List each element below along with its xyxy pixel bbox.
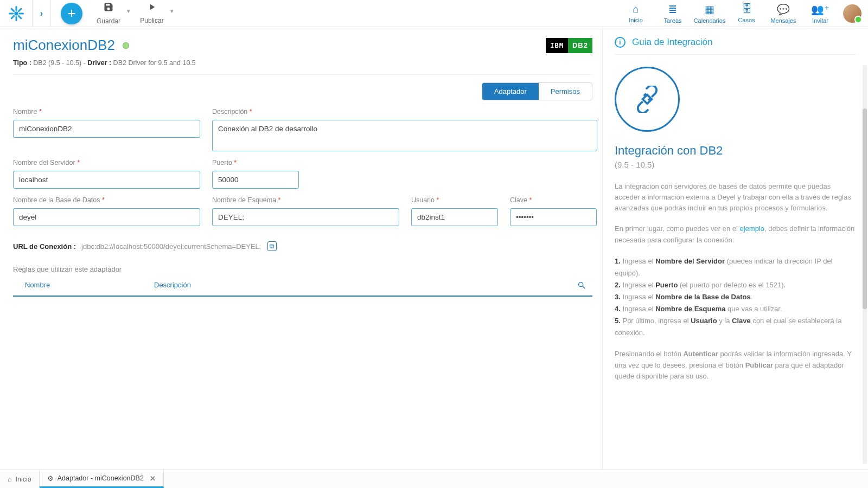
play-icon [147,2,157,15]
scroll-thumb[interactable] [863,108,867,309]
guide-p3: Presionando el botón Autenticar podrás v… [615,349,856,381]
tasks-icon: ≣ [668,3,677,16]
nombre-label: Nombre [13,108,37,115]
rules-table: Nombre Descripción [13,281,592,297]
plus-icon: + [67,5,75,22]
nav-tasks[interactable]: ≣ Tareas [654,3,691,24]
server-label: Nombre del Servidor [13,159,75,166]
deyel-logo-icon [8,5,24,22]
nombre-input[interactable] [13,120,200,138]
tipo-key: Tipo : [13,59,31,67]
nav-messages[interactable]: 💬 Mensajes [765,3,802,24]
top-toolbar: › + Guardar ▾ Publicar ▾ ⌂ Inicio ≣ Tare… [0,0,868,27]
guide-subtitle: (9.5 - 10.5) [615,160,856,169]
guide-header: i Guia de Integración [615,37,856,55]
form-pane: miConexionDB2 IBM DB2 Tipo : DB2 (9.5 - … [0,27,602,470]
tab-row: Adaptador Permisos [13,82,592,100]
home-icon: ⌂ [8,476,12,483]
user-avatar[interactable] [843,4,861,23]
save-dropdown[interactable]: ▾ [127,0,130,15]
db2-badge-green: DB2 [568,38,592,53]
nav-home-label: Inicio [629,17,643,23]
driver-key: Driver : [87,59,111,67]
connection-title: miConexionDB2 [13,37,115,54]
url-key: URL de Conexión : [13,242,76,251]
plug-icon [634,86,661,113]
gear-icon: ⚙ [47,474,54,483]
descripcion-input[interactable]: Conexión al DB2 de desarrollo [212,120,597,151]
db-input[interactable] [13,208,200,226]
db-label: Nombre de la Base de Datos [13,196,100,204]
tabs: Adaptador Permisos [482,82,592,100]
nav-calendars-label: Calendarios [694,17,726,24]
rules-table-header: Nombre Descripción [13,281,592,297]
app-logo[interactable] [0,0,33,27]
main-area: miConexionDB2 IBM DB2 Tipo : DB2 (9.5 - … [0,27,868,470]
url-value: jdbc:db2://localhost:50000/deyel:current… [81,242,261,251]
col-nombre[interactable]: Nombre [13,281,154,291]
server-input[interactable] [13,171,200,189]
save-icon [103,2,114,15]
bottom-tabs: ⌂ Inicio ⚙ Adaptador - miConexionDB2 ✕ [0,470,868,488]
publish-button[interactable]: Publicar [136,2,168,24]
nav-invite[interactable]: 👥⁺ Invitar [802,3,839,24]
nav-invite-label: Invitar [812,17,828,24]
guide-p2: En primer lugar, como puedes ver en el e… [615,223,856,245]
publish-dropdown[interactable]: ▾ [170,0,174,15]
calendar-icon: ▦ [705,3,714,16]
reglas-title: Reglas que utilizan este adaptador [13,265,592,273]
add-button[interactable]: + [61,3,82,24]
ibm-badge: IBM [546,38,568,53]
close-icon[interactable]: ✕ [150,474,156,483]
subtitle: Tipo : DB2 (9.5 - 10.5) - Driver : DB2 D… [13,59,592,67]
bottom-tab-adapter-label: Adaptador - miConexionDB2 [58,474,144,482]
nav-home[interactable]: ⌂ Inicio [617,3,654,23]
tipo-val: DB2 (9.5 - 10.5) - [33,59,86,67]
bottom-tab-home[interactable]: ⌂ Inicio [0,470,40,488]
tab-adaptador[interactable]: Adaptador [482,83,539,100]
save-button[interactable]: Guardar [92,2,125,25]
guide-steps: 1. Ingresa el Nombre del Servidor (puede… [615,255,856,339]
url-row: URL de Conexión : jdbc:db2://localhost:5… [13,241,592,251]
guide-p1: La integración con servidores de bases d… [615,181,856,214]
bottom-tab-adapter[interactable]: ⚙ Adaptador - miConexionDB2 ✕ [40,470,164,488]
top-right-nav: ⌂ Inicio ≣ Tareas ▦ Calendarios 🗄 Casos … [617,0,868,27]
pass-label: Clave [510,196,527,204]
nav-cases-label: Casos [738,17,755,23]
guide-p2a: En primer lugar, como puedes ver en el [615,224,740,233]
svg-point-1 [579,282,583,287]
info-icon: i [615,37,626,48]
publish-label: Publicar [140,17,163,24]
divider [13,74,592,75]
rules-search[interactable] [571,281,592,291]
user-label: Usuario [411,196,435,204]
briefcase-icon: 🗄 [742,3,752,15]
nav-calendars[interactable]: ▦ Calendarios [691,3,728,24]
guide-pane: i Guia de Integración Integración con DB… [602,27,868,470]
guide-head-text: Guia de Integración [632,37,712,48]
db2-badge: IBM DB2 [546,38,592,53]
plug-illustration [615,67,680,132]
status-indicator [123,42,129,49]
schema-input[interactable] [212,208,399,226]
pass-input[interactable] [510,208,597,226]
nav-cases[interactable]: 🗄 Casos [728,3,765,23]
ejemplo-link[interactable]: ejemplo [740,224,765,233]
search-icon [577,281,586,290]
title-row: miConexionDB2 IBM DB2 [13,37,592,54]
speech-icon: 💬 [777,3,790,16]
driver-val: DB2 Driver for 9.5 and 10.5 [113,59,196,67]
descripcion-label: Descripción [212,108,247,115]
user-input[interactable] [411,208,498,226]
tab-permisos[interactable]: Permisos [539,83,592,100]
home-icon: ⌂ [633,3,639,15]
chevron-right-icon: › [40,9,43,18]
port-input[interactable] [212,171,299,189]
copy-icon[interactable]: ⧉ [267,241,277,251]
nav-tasks-label: Tareas [663,17,681,24]
schema-label: Nombre de Esquema [212,196,276,204]
svg-line-2 [583,286,585,288]
guide-title: Integración con DB2 [615,144,856,158]
expand-sidebar-button[interactable]: › [33,0,51,27]
col-descripcion[interactable]: Descripción [154,281,469,291]
